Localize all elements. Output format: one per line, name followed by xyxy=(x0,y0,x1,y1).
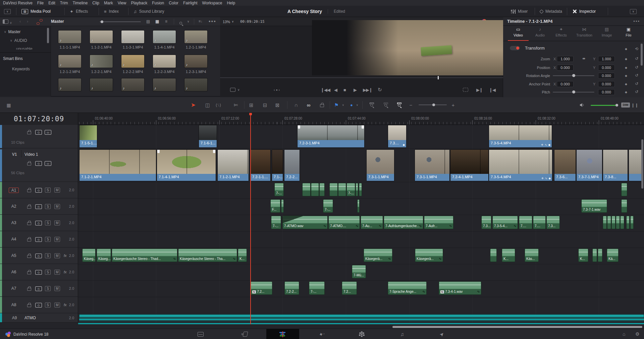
zoom-in-icon[interactable]: + xyxy=(449,97,457,113)
page-cut[interactable]: ≡ xyxy=(227,329,260,339)
scrubber-handle[interactable] xyxy=(438,76,439,79)
blade-edit-icon[interactable]: ✄ xyxy=(231,97,240,113)
audio-clip[interactable] xyxy=(630,216,634,229)
auto-select-icon[interactable]: ◇ xyxy=(35,188,42,193)
audio-clip[interactable] xyxy=(319,183,325,196)
video-clip[interactable]: 7.2-3-1.MP4 xyxy=(297,125,365,148)
trim-handle-left[interactable] xyxy=(298,125,300,129)
lock-icon[interactable] xyxy=(26,161,32,166)
sidebar-item-unusable[interactable]: unusable xyxy=(0,46,51,52)
mixer-toggle-icon[interactable]: ❙❙ xyxy=(632,97,638,113)
thumbnail-view-icon[interactable]: ▦ xyxy=(155,19,159,24)
audio-clip[interactable] xyxy=(611,216,615,229)
viewer-scrubber[interactable] xyxy=(220,77,503,78)
audio-clip[interactable] xyxy=(598,249,602,262)
index-button[interactable]: ≡ Index xyxy=(104,6,119,17)
tab-transition[interactable]: ⋈Transition xyxy=(575,27,594,37)
playhead[interactable] xyxy=(250,113,251,324)
mute-button[interactable]: M xyxy=(54,253,60,258)
loop-button[interactable]: ↻ xyxy=(378,86,382,93)
track-header-a2[interactable]: A2◇SM2.0 xyxy=(0,198,78,215)
video-clip[interactable]: 7.3-1-1.MP4 xyxy=(415,149,450,181)
audio-clip[interactable] xyxy=(311,183,319,196)
media-clip[interactable]: ♪1.2-3-1.MP4 xyxy=(184,55,208,74)
audio-clip[interactable]: K... xyxy=(502,249,515,262)
track-number[interactable]: A2 xyxy=(9,204,19,209)
link-xy-icon[interactable]: ∞ xyxy=(583,56,585,60)
track-header-a3[interactable]: A3◇SM2.0 xyxy=(0,215,78,231)
match-frame-button[interactable] xyxy=(463,86,468,93)
reset-icon[interactable]: ↺ xyxy=(635,89,638,94)
film-frame-icon[interactable]: ▭ xyxy=(45,130,51,135)
panel-collapse-button[interactable]: ∨ xyxy=(4,6,11,17)
audio-clip[interactable]: K... xyxy=(578,249,588,262)
audio-clip[interactable]: 7-ATMO.wav∿ xyxy=(282,216,328,229)
tab-audio[interactable]: ♪Audio xyxy=(530,27,550,37)
inspector-button[interactable]: Inspector xyxy=(572,6,596,17)
audio-clip[interactable]: 7.2... xyxy=(342,281,357,295)
audio-clip[interactable] xyxy=(338,183,346,196)
media-clip[interactable]: ♪1.2-2-3.MP4 xyxy=(153,55,176,74)
media-clip[interactable]: ♪ xyxy=(184,78,208,91)
lock-icon[interactable] xyxy=(26,221,32,226)
video-clip[interactable]: 7.3....◆ xyxy=(388,125,407,148)
video-clip[interactable]: 7.3-7-1.MP4 xyxy=(576,149,602,181)
film-frame-icon[interactable]: ▭ xyxy=(45,161,51,166)
transform-keyframe-icon[interactable]: ◆ xyxy=(625,47,627,51)
audio-clip[interactable]: 7-Sprache Ange...∿ xyxy=(388,281,427,295)
audio-clip[interactable] xyxy=(626,216,630,229)
track-header-v1[interactable]: V1Video 1◇▭56 Clips xyxy=(0,149,78,182)
inspector-scrollbar[interactable] xyxy=(641,44,643,66)
mute-button[interactable]: M xyxy=(54,270,60,275)
marker-icon[interactable]: ● xyxy=(348,97,355,113)
trim-handle-right[interactable] xyxy=(213,150,215,153)
video-clip[interactable]: 7.3-5-4.MP4✛ ∿ ◆ xyxy=(489,149,552,181)
video-clip[interactable]: 7.1-4-1.MP4 xyxy=(157,149,216,181)
audio-clip[interactable]: 7-Aufr...∿ xyxy=(424,216,453,229)
param-y-input[interactable]: 0.000 xyxy=(598,65,615,71)
solo-button[interactable]: S xyxy=(45,286,51,291)
effects-button[interactable]: ✦ Effects xyxy=(70,6,88,17)
track-number-armed[interactable]: A1 xyxy=(9,188,19,193)
dynamic-trim-icon[interactable]: ⟨ᛊ⟩ xyxy=(214,97,223,113)
bin-panel-toggle[interactable]: ∨ xyxy=(3,19,12,25)
mute-button[interactable]: M xyxy=(54,220,60,225)
audio-clip[interactable] xyxy=(490,249,497,262)
stop-button[interactable]: ■ xyxy=(343,86,346,93)
track-number[interactable]: A8 xyxy=(9,302,19,307)
trim-handle-right[interactable] xyxy=(362,125,364,129)
zoom-detail-icon[interactable] xyxy=(381,97,390,113)
options-dots-icon[interactable]: ••• xyxy=(209,18,216,24)
audio-clip[interactable]: Käseg... xyxy=(97,249,111,262)
audio-clip[interactable] xyxy=(281,199,284,213)
tab-file[interactable]: ▣File xyxy=(619,27,638,37)
page-fairlight[interactable]: ♫ xyxy=(386,329,419,339)
audio-clip[interactable]: Käseg... xyxy=(82,249,96,262)
viewer-zoom-select[interactable]: 13%∨ xyxy=(223,17,234,26)
goto-next-edit-button[interactable]: ▶❙ xyxy=(476,86,483,93)
transform-reset-icon[interactable]: ⟲ xyxy=(635,47,638,51)
first-frame-button[interactable]: ❙◀◀ xyxy=(321,86,330,93)
param-y-input[interactable]: 0.000 xyxy=(598,81,615,87)
audio-clip[interactable] xyxy=(603,216,607,229)
solo-button[interactable]: S xyxy=(45,237,51,242)
keyframe-diamond-icon[interactable]: ◆ xyxy=(625,74,627,77)
snapping-magnet-icon[interactable]: ∩ xyxy=(292,97,301,113)
track-number[interactable]: A7 xyxy=(9,286,19,291)
play-reverse-button[interactable]: ◀ xyxy=(334,86,337,93)
menu-item-edit[interactable]: Edit xyxy=(48,1,55,5)
tab-video[interactable]: ▭Video xyxy=(508,27,528,37)
keyframe-diamond-icon[interactable]: ◆ xyxy=(625,82,627,86)
timeline-hscrollbar[interactable] xyxy=(392,326,642,328)
track-number[interactable]: A3 xyxy=(9,220,19,225)
auto-select-icon[interactable]: ◇ xyxy=(35,286,42,291)
zoom-slider-handle[interactable] xyxy=(432,104,435,106)
lock-icon[interactable] xyxy=(26,188,32,193)
audio-clip[interactable]: Käsegerä...∿ xyxy=(415,249,443,262)
sidebar-item-keywords[interactable]: Keywords xyxy=(12,67,30,71)
audio-clip[interactable]: 7.3... xyxy=(481,216,491,229)
transform-toggle[interactable] xyxy=(510,46,520,50)
tab-image[interactable]: ▤Image xyxy=(597,27,616,37)
video-clip[interactable]: 7.1-6-1... xyxy=(199,125,217,148)
audio-clip[interactable]: 7-Mü... xyxy=(352,265,366,278)
